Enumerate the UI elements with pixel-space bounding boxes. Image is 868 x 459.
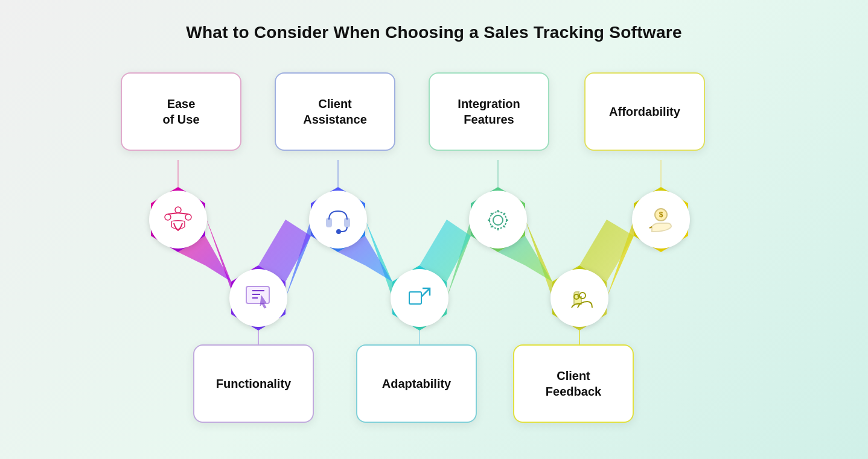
svg-point-36 bbox=[655, 209, 667, 221]
svg-point-45 bbox=[579, 293, 586, 299]
box-adaptability: Adaptability bbox=[356, 344, 477, 423]
svg-marker-1 bbox=[231, 265, 286, 331]
label-ease-of-use: Easeof Use bbox=[162, 96, 199, 127]
svg-marker-15 bbox=[525, 220, 579, 298]
svg-marker-4 bbox=[471, 187, 525, 252]
svg-marker-7 bbox=[205, 216, 258, 290]
svg-rect-32 bbox=[345, 218, 349, 227]
svg-point-19 bbox=[149, 191, 207, 248]
svg-line-44 bbox=[421, 288, 430, 297]
label-integration-features: IntegrationFeatures bbox=[458, 96, 520, 127]
svg-point-20 bbox=[309, 191, 367, 248]
svg-point-22 bbox=[632, 191, 690, 248]
svg-point-24 bbox=[391, 269, 448, 327]
svg-point-27 bbox=[165, 214, 171, 220]
label-client-feedback: ClientFeedback bbox=[546, 368, 601, 399]
svg-point-34 bbox=[493, 215, 503, 225]
svg-point-46 bbox=[574, 294, 579, 299]
label-functionality: Functionality bbox=[216, 376, 291, 391]
svg-rect-39 bbox=[246, 286, 269, 303]
svg-marker-11 bbox=[365, 220, 420, 298]
box-functionality: Functionality bbox=[193, 344, 314, 423]
svg-point-26 bbox=[175, 207, 181, 213]
page-title: What to Consider When Choosing a Sales T… bbox=[0, 0, 868, 42]
svg-rect-31 bbox=[327, 218, 331, 227]
svg-marker-12 bbox=[338, 236, 392, 282]
svg-point-28 bbox=[185, 214, 191, 220]
svg-marker-5 bbox=[552, 265, 607, 331]
svg-point-35 bbox=[490, 212, 506, 229]
label-client-assistance: ClientAssistance bbox=[303, 96, 367, 127]
svg-marker-13 bbox=[447, 187, 498, 298]
svg-point-33 bbox=[337, 230, 340, 233]
box-integration-features: IntegrationFeatures bbox=[429, 72, 549, 151]
svg-point-25 bbox=[550, 269, 608, 327]
svg-point-21 bbox=[469, 191, 527, 248]
box-affordability: Affordability bbox=[584, 72, 705, 151]
svg-marker-10 bbox=[258, 220, 311, 282]
svg-text:$: $ bbox=[659, 211, 663, 219]
svg-marker-16 bbox=[498, 236, 552, 282]
svg-marker-17 bbox=[607, 187, 661, 298]
svg-marker-8 bbox=[178, 236, 231, 282]
svg-line-38 bbox=[649, 227, 652, 228]
svg-line-30 bbox=[178, 213, 188, 214]
svg-marker-6 bbox=[634, 187, 688, 252]
box-client-assistance: ClientAssistance bbox=[275, 72, 395, 151]
label-affordability: Affordability bbox=[609, 104, 680, 119]
svg-point-23 bbox=[229, 269, 287, 327]
svg-marker-3 bbox=[392, 265, 447, 331]
svg-marker-2 bbox=[311, 187, 365, 252]
svg-rect-43 bbox=[409, 292, 421, 304]
diagram-area: $ bbox=[0, 60, 868, 459]
box-ease-of-use: Easeof Use bbox=[121, 72, 241, 151]
label-adaptability: Adaptability bbox=[382, 376, 451, 391]
svg-marker-14 bbox=[420, 220, 471, 282]
svg-marker-18 bbox=[579, 220, 634, 282]
svg-line-29 bbox=[168, 213, 178, 214]
svg-marker-9 bbox=[286, 187, 338, 298]
box-client-feedback: ClientFeedback bbox=[513, 344, 634, 423]
svg-marker-0 bbox=[151, 187, 205, 252]
